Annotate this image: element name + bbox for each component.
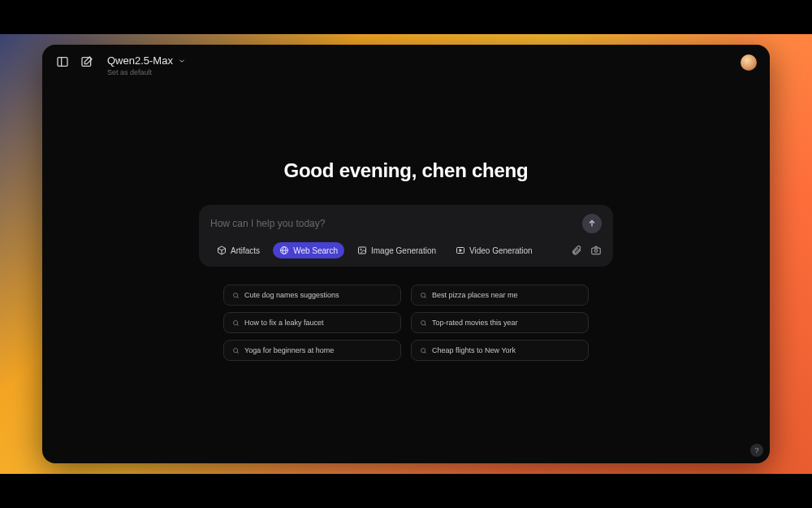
search-icon <box>420 347 427 354</box>
svg-point-13 <box>234 293 238 297</box>
suggestion-text: Best pizza places near me <box>432 291 518 299</box>
suggestion-text: Yoga for beginners at home <box>244 346 334 354</box>
cube-icon <box>217 245 227 255</box>
mode-video-generation[interactable]: Video Generation <box>449 242 539 258</box>
suggestion-chip[interactable]: Top-rated movies this year <box>411 312 589 333</box>
header-right <box>741 54 757 71</box>
model-name: Qwen2.5-Max <box>107 54 173 67</box>
avatar[interactable] <box>741 54 757 71</box>
search-icon <box>232 347 240 354</box>
svg-point-23 <box>421 348 425 352</box>
suggestion-text: Cheap flights to New York <box>432 346 516 354</box>
mode-web-search[interactable]: Web Search <box>273 242 344 258</box>
modes-row: Artifacts Web Search Image Generation Vi… <box>210 242 602 258</box>
input-tools <box>571 245 602 256</box>
image-icon <box>357 245 367 255</box>
letterbox-top <box>0 0 812 34</box>
help-button[interactable]: ? <box>750 444 763 457</box>
header-bar: Qwen2.5-Max Set as default <box>42 45 770 86</box>
svg-line-20 <box>425 324 426 326</box>
mode-label: Image Generation <box>371 246 436 255</box>
svg-point-21 <box>234 348 238 352</box>
suggestion-text: Cute dog names suggestions <box>244 291 339 299</box>
mode-label: Artifacts <box>231 246 260 255</box>
new-chat-icon[interactable] <box>80 54 94 69</box>
header-left: Qwen2.5-Max Set as default <box>55 54 186 76</box>
svg-point-8 <box>361 249 362 250</box>
suggestions-grid: Cute dog names suggestions Best pizza pl… <box>223 284 589 361</box>
svg-rect-0 <box>58 58 67 67</box>
arrow-up-icon <box>587 219 597 228</box>
suggestion-chip[interactable]: Yoga for beginners at home <box>223 340 401 361</box>
svg-rect-11 <box>592 248 601 254</box>
suggestion-chip[interactable]: How to fix a leaky faucet <box>223 312 401 333</box>
search-icon <box>232 292 240 299</box>
svg-point-15 <box>421 293 425 297</box>
main-content: Good evening, chen cheng Artifacts Web S… <box>42 86 770 463</box>
svg-point-19 <box>421 320 425 324</box>
svg-line-18 <box>237 324 239 326</box>
svg-marker-10 <box>460 250 462 252</box>
svg-point-12 <box>594 250 598 253</box>
search-icon <box>420 319 427 327</box>
set-default-link[interactable]: Set as default <box>107 68 186 76</box>
suggestion-chip[interactable]: Cute dog names suggestions <box>223 284 401 306</box>
svg-line-22 <box>237 352 239 354</box>
video-icon <box>456 245 465 255</box>
mode-artifacts[interactable]: Artifacts <box>210 242 266 258</box>
prompt-card: Artifacts Web Search Image Generation Vi… <box>199 205 613 267</box>
search-icon <box>420 292 427 299</box>
chevron-down-icon <box>178 57 186 65</box>
model-selector[interactable]: Qwen2.5-Max Set as default <box>107 54 186 76</box>
suggestion-chip[interactable]: Cheap flights to New York <box>411 340 589 361</box>
send-button[interactable] <box>582 214 602 233</box>
suggestion-text: How to fix a leaky faucet <box>244 319 324 327</box>
mode-label: Web Search <box>293 246 338 255</box>
svg-point-17 <box>234 320 238 324</box>
prompt-input[interactable] <box>210 213 576 234</box>
sidebar-toggle-icon[interactable] <box>55 54 70 69</box>
camera-icon[interactable] <box>590 245 602 256</box>
attach-icon[interactable] <box>571 245 582 256</box>
search-icon <box>232 319 240 327</box>
suggestion-text: Top-rated movies this year <box>432 319 518 327</box>
prompt-row <box>210 213 602 234</box>
mode-label: Video Generation <box>469 246 533 255</box>
greeting-text: Good evening, chen cheng <box>284 159 529 182</box>
svg-line-24 <box>425 352 426 354</box>
chat-app-window: Qwen2.5-Max Set as default Good evening,… <box>42 45 770 463</box>
svg-line-16 <box>425 297 426 298</box>
globe-icon <box>279 245 289 255</box>
letterbox-bottom <box>0 474 812 508</box>
mode-image-generation[interactable]: Image Generation <box>351 242 443 258</box>
svg-line-14 <box>237 297 239 298</box>
suggestion-chip[interactable]: Best pizza places near me <box>411 284 589 306</box>
